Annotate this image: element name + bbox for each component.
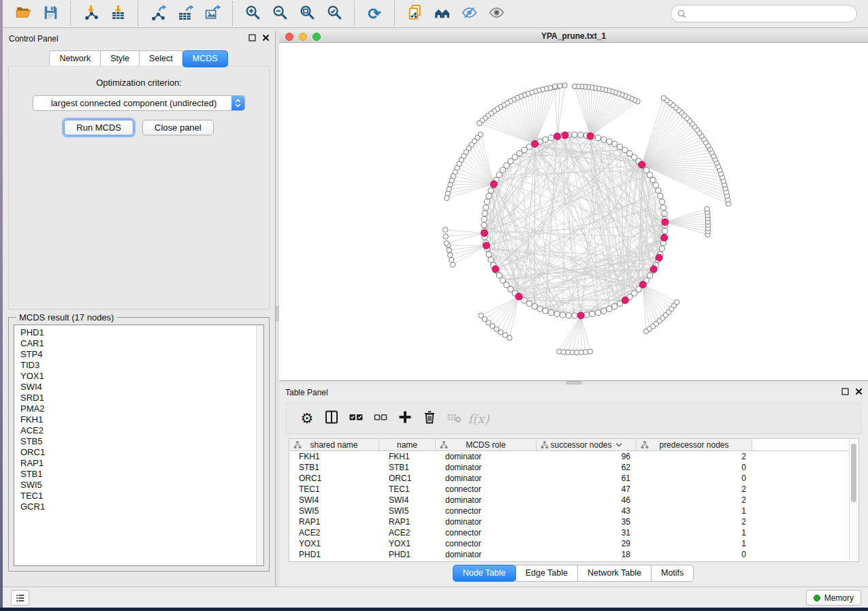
mcds-result-item[interactable]: GCR1 [20,501,263,512]
deselect-all-button[interactable] [368,406,393,431]
tab-mcds[interactable]: MCDS [182,50,228,67]
minimize-window-icon[interactable] [299,33,307,41]
search-input[interactable] [687,7,851,20]
mcds-result-item[interactable]: SWI5 [20,480,263,491]
optimization-criterion-label: Optimization criterion: [9,78,269,88]
select-spinner-icon [231,96,244,110]
zoom-fit-button[interactable] [295,3,319,24]
tab-select[interactable]: Select [139,50,183,67]
column-header-predecessor-nodes[interactable]: predecessor nodes [637,439,752,450]
mcds-result-item[interactable]: TID3 [20,360,263,371]
mcds-result-item[interactable]: YOX1 [20,371,263,382]
table-cell: 61 [536,473,637,484]
table-body: FKH1FKH1dominator962STB1STB1dominator620… [289,451,858,560]
share-document-button[interactable] [403,3,426,24]
close-panel-icon[interactable] [261,33,270,42]
table-row[interactable]: YOX1YOX1connector291 [289,538,858,549]
table-row[interactable]: FKH1FKH1dominator962 [289,451,858,462]
mcds-result-item[interactable]: ORC1 [20,447,263,458]
tab-network-table[interactable]: Network Table [577,565,652,582]
mcds-result-item[interactable]: PHD1 [20,327,263,338]
mcds-result-item[interactable]: FKH1 [20,414,263,425]
close-window-icon[interactable] [285,33,293,41]
column-header-name[interactable]: name [379,439,436,450]
table-row[interactable]: RAP1RAP1dominator352 [289,516,858,527]
save-session-button[interactable] [39,3,62,24]
table-cell: 2 [637,451,752,462]
refresh-button[interactable]: ⟳ [363,3,386,24]
mcds-result-item[interactable]: STP4 [20,349,263,360]
table-cell: connector [436,506,536,516]
table-row[interactable]: SWI4SWI4dominator462 [289,495,858,506]
network-titlebar: YPA_prune.txt_1 [279,31,868,43]
tab-style[interactable]: Style [100,50,140,67]
search-field[interactable] [671,5,857,22]
mcds-result-item[interactable]: SWI4 [20,382,263,393]
table-row[interactable]: SWI5SWI5connector431 [289,506,858,516]
import-network-button[interactable] [79,3,102,24]
table-scrollbar[interactable] [849,440,858,561]
tab-node-table[interactable]: Node Table [453,565,516,582]
close-panel-button[interactable]: Close panel [142,120,214,135]
add-column-button[interactable] [393,406,417,431]
mcds-result-item[interactable]: ACE2 [20,425,263,436]
mcds-result-item[interactable]: SRD1 [20,393,263,403]
table-panel-title: Table Panel [285,388,328,397]
table-cell: 1 [637,538,752,549]
table-cell: SWI4 [289,495,379,506]
column-header-MCDS-role[interactable]: MCDS role [436,439,536,450]
table-cell: dominator [436,516,536,527]
table-cell: 0 [637,549,752,560]
table-toolbar: ⚙f(x) [286,403,861,434]
mcds-result-item[interactable]: TEC1 [20,491,263,501]
open-session-button[interactable] [12,3,35,24]
float-panel-icon[interactable] [841,387,850,396]
network-canvas[interactable] [279,43,868,380]
table-cell: PHD1 [289,549,379,560]
memory-button[interactable]: Memory [806,590,861,606]
run-mcds-button[interactable]: Run MCDS [64,120,133,135]
table-row[interactable]: TEC1TEC1connector472 [289,484,858,495]
column-layout-button[interactable] [319,406,344,431]
zoom-out-button[interactable] [268,3,291,24]
column-header-shared-name[interactable]: shared name [289,439,379,450]
delete-column-button[interactable] [417,406,442,431]
export-image-button[interactable] [201,3,224,24]
settings-gear-button[interactable]: ⚙ [295,406,319,431]
import-table-button[interactable] [106,3,129,24]
table-row[interactable]: PHD1PHD1dominator180 [289,549,858,560]
tab-edge-table[interactable]: Edge Table [515,565,578,582]
mcds-result-item[interactable]: CAR1 [20,338,263,349]
table-row[interactable]: ACE2ACE2connector311 [289,527,858,538]
search-network-button[interactable] [430,3,453,24]
mcds-result-item[interactable]: RAP1 [20,458,263,469]
task-history-button[interactable] [11,590,29,606]
network-graph[interactable] [279,43,868,381]
mcds-result-item[interactable]: STB5 [20,436,263,447]
select-all-button[interactable] [344,406,368,431]
column-header-successor-nodes[interactable]: successor nodes [536,439,637,450]
table-cell: 31 [536,527,637,538]
mcds-list-scrollbar[interactable] [256,325,263,565]
close-panel-icon[interactable] [854,387,863,396]
table-row[interactable]: STB1STB1dominator620 [289,462,858,473]
zoom-in-button[interactable] [241,3,264,24]
mcds-result-item[interactable]: STB1 [20,469,263,480]
tab-motifs[interactable]: Motifs [651,565,694,582]
maximize-window-icon[interactable] [312,33,321,41]
mcds-result-list[interactable]: PHD1CAR1STP4TID3YOX1SWI4SRD1PMA2FKH1ACE2… [14,325,264,566]
export-network-button[interactable] [146,3,170,24]
delete-column-icon [421,409,438,428]
criterion-select[interactable]: largest connected component (undirected) [33,95,245,111]
mcds-result-item[interactable]: PMA2 [20,403,263,414]
tab-network[interactable]: Network [49,50,101,67]
show-panel-button[interactable] [485,3,508,24]
zoom-selected-button[interactable] [323,3,346,24]
table-row[interactable]: ORC1ORC1dominator610 [289,473,858,484]
hide-panel-icon [461,4,478,24]
export-table-button[interactable] [174,3,197,24]
function-builder-icon: f(x) [468,412,489,426]
hide-panel-button[interactable] [457,3,481,24]
float-panel-icon[interactable] [248,33,257,42]
table-scrollbar-thumb[interactable] [851,444,856,502]
